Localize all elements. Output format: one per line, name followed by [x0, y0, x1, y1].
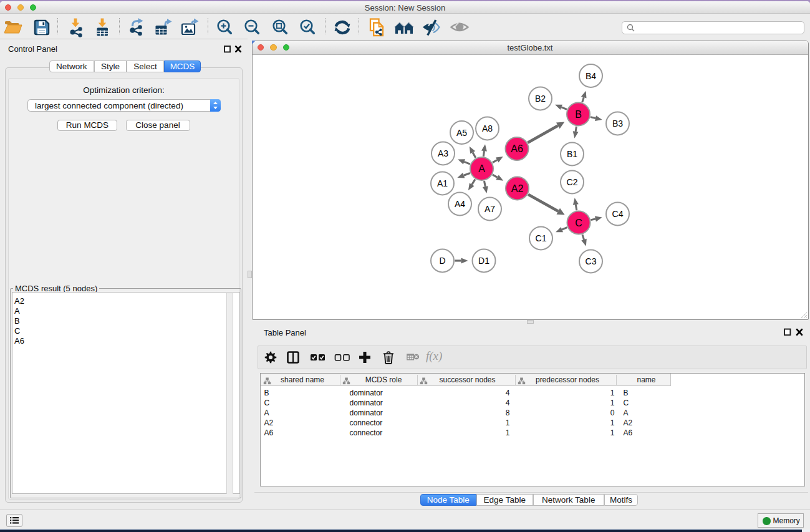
svg-text:A1: A1 — [436, 178, 447, 188]
svg-text:C4: C4 — [612, 209, 623, 219]
svg-text:A3: A3 — [437, 148, 448, 158]
svg-text:B3: B3 — [612, 118, 622, 128]
svg-text:B1: B1 — [566, 149, 577, 159]
svg-text:A: A — [478, 163, 485, 174]
svg-text:B: B — [575, 109, 582, 120]
svg-text:B2: B2 — [534, 94, 545, 104]
svg-text:A8: A8 — [481, 123, 492, 133]
svg-text:A5: A5 — [456, 128, 466, 138]
svg-text:A6: A6 — [511, 143, 523, 154]
svg-text:A4: A4 — [454, 199, 465, 209]
svg-text:C: C — [575, 218, 582, 228]
svg-text:D1: D1 — [478, 256, 489, 266]
svg-text:B4: B4 — [585, 71, 595, 81]
svg-text:C2: C2 — [566, 177, 577, 187]
svg-text:C1: C1 — [535, 233, 546, 243]
svg-text:A7: A7 — [484, 204, 494, 214]
svg-text:A2: A2 — [511, 183, 523, 194]
svg-text:D: D — [439, 256, 445, 266]
svg-text:C3: C3 — [585, 256, 596, 266]
